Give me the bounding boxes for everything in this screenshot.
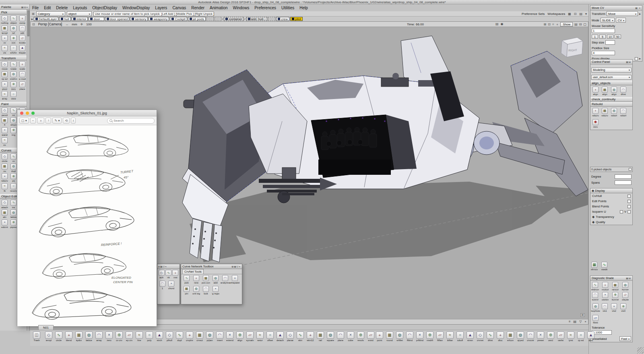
tool-line[interactable]: ≈line bbox=[134, 331, 144, 342]
expand-icon[interactable]: ▸ bbox=[639, 12, 641, 16]
tool-dhist[interactable]: ◠dhist bbox=[619, 87, 627, 96]
tessellation-dropdown[interactable]: Fast▾ bbox=[619, 336, 631, 341]
tool-srfillet[interactable]: ◍srfillet bbox=[395, 331, 405, 342]
layer-chip-weaponry[interactable]: weaponry bbox=[149, 17, 169, 21]
toolbox-window-controls[interactable]: ⊞▤▽× bbox=[231, 265, 241, 268]
tool-cube[interactable]: ×cube bbox=[346, 331, 355, 342]
quality-row[interactable]: ◆Quality bbox=[590, 219, 632, 225]
list-icon[interactable]: ≡ bbox=[569, 320, 571, 323]
menu-utilities[interactable]: Utilities bbox=[281, 6, 294, 10]
tool-circle[interactable]: ∿circle bbox=[54, 331, 64, 342]
printer-icon[interactable]: ▤ bbox=[495, 22, 499, 26]
tool-p-mod[interactable]: ◠p mod bbox=[18, 71, 27, 81]
tool-rebsrf[interactable]: ◠rebsrf bbox=[619, 108, 627, 117]
tool-setor[interactable]: ≈setor bbox=[255, 331, 265, 342]
prompt-history-icon[interactable]: ⊞ bbox=[32, 12, 35, 16]
menu-animation[interactable]: Animation bbox=[210, 6, 227, 10]
proxy-display-checkbox[interactable] bbox=[635, 57, 638, 60]
layer-expand-icon[interactable]: ▸ bbox=[31, 17, 33, 21]
tool-prfblnd[interactable]: ×prfblnd bbox=[415, 331, 425, 342]
tool-array[interactable]: ◠array bbox=[94, 331, 104, 342]
tool-pin[interactable]: ▦pin bbox=[182, 286, 191, 295]
tool-pos-con[interactable]: ▦pos con bbox=[201, 275, 211, 284]
sensitivity-preset-50[interactable]: 50 bbox=[615, 35, 621, 39]
window-resize-handle[interactable] bbox=[637, 347, 644, 354]
zoom-traffic-light[interactable] bbox=[31, 112, 35, 115]
viewport-camera-label[interactable]: Persp [Camera] bbox=[38, 22, 62, 26]
tool-cv[interactable]: ∿cv bbox=[9, 153, 18, 163]
mode-cv-dropdown[interactable]: CV▾ bbox=[616, 18, 625, 23]
tool-scale[interactable]: ＋scale bbox=[18, 61, 27, 70]
layer-chip-add-hull[interactable]: add. hull... bbox=[246, 17, 268, 21]
tool-lyrst[interactable]: ≈lyrst bbox=[566, 331, 576, 342]
tool-nk[interactable]: ∿nk bbox=[165, 270, 171, 279]
tool-detach[interactable]: ▲detach bbox=[275, 331, 285, 342]
tool-prjtan[interactable]: ◍prjtan bbox=[205, 331, 215, 342]
tool-fit[interactable]: ≈fit bbox=[0, 183, 9, 193]
info-button[interactable]: i bbox=[71, 118, 76, 124]
tool-dupl[interactable]: ◍dupl bbox=[9, 164, 18, 173]
tool-skin[interactable]: ∿skin bbox=[295, 331, 305, 342]
menu-help[interactable]: Help bbox=[299, 6, 308, 10]
tool-symaln[interactable]: ▱symaln bbox=[245, 331, 255, 342]
tool-mst[interactable]: ＋mst bbox=[172, 270, 179, 279]
lock-icon[interactable]: ◉ bbox=[501, 22, 504, 26]
tool-cp-ed[interactable]: ○cp ed bbox=[576, 331, 586, 342]
markup-pencil-button[interactable]: ✎ ▾ bbox=[52, 118, 62, 124]
tool-point[interactable]: ＋point bbox=[375, 331, 384, 342]
tool-prj[interactable]: ⊕prj bbox=[9, 173, 18, 182]
tool-new[interactable]: ＋new bbox=[192, 275, 201, 284]
tool-usrcl[interactable]: ⊕usrcl bbox=[546, 331, 555, 342]
palette-section-paint[interactable]: Paint bbox=[0, 102, 29, 107]
render-region-icon[interactable]: R bbox=[580, 313, 585, 317]
layer-chip-sensory[interactable]: sensory bbox=[130, 17, 148, 21]
tab-crvnet-tools[interactable]: CrvNet Tools bbox=[182, 269, 204, 274]
checkbox-isoparm-u[interactable] bbox=[620, 210, 623, 213]
layer-chip-container[interactable]: container bbox=[224, 17, 244, 21]
tool-crvnet[interactable]: ◇crvnet bbox=[475, 331, 485, 342]
tool-srfchn[interactable]: ○srfchn bbox=[9, 45, 18, 54]
tool-fliflan[interactable]: ▱fliflan bbox=[435, 331, 445, 342]
spans-field[interactable] bbox=[615, 180, 632, 185]
tool-crvsct[interactable]: ▦crvsct bbox=[195, 331, 204, 342]
tool-vis[interactable]: ≈vis bbox=[0, 45, 9, 54]
palette-titlebar[interactable]: Palette ▤⊡× bbox=[0, 4, 29, 10]
layer-chip-hull[interactable]: hull bbox=[59, 17, 70, 21]
panel-close-icon[interactable]: ▤ × bbox=[635, 6, 641, 9]
tool-dupl[interactable]: ∿dupl bbox=[175, 331, 184, 342]
menu-objectdisplay[interactable]: ObjectDisplay bbox=[92, 6, 117, 10]
tool-nothng[interactable]: ◇nothng bbox=[0, 15, 9, 25]
tool-tbflan[interactable]: ≈tbflan bbox=[445, 331, 455, 342]
modeling-dropdown[interactable]: Modeling▾ bbox=[591, 68, 632, 72]
sensitivity-preset-10[interactable]: 10 bbox=[607, 35, 613, 39]
palette-window-controls[interactable]: ▤⊡× bbox=[21, 6, 28, 8]
tool-rebcrv[interactable]: ＋rebcrv bbox=[591, 108, 600, 117]
layer-chip-jet-pods[interactable]: jet pods bbox=[188, 17, 206, 21]
tool-round[interactable]: ▦round bbox=[385, 331, 394, 342]
tool-tuboff[interactable]: ○tuboff bbox=[455, 331, 465, 342]
tool-xfrmcv[interactable]: ▦xfrmcv bbox=[590, 262, 599, 271]
menu-file[interactable]: File bbox=[32, 6, 39, 10]
menu-windows[interactable]: Windows bbox=[233, 6, 250, 10]
show-button[interactable]: Show bbox=[560, 22, 573, 27]
tool-usetex[interactable]: ×usetex bbox=[601, 292, 609, 301]
tool-ptprec[interactable]: ⊕ptprec bbox=[9, 219, 18, 229]
tool-planar[interactable]: ◇planar bbox=[285, 331, 295, 342]
tool-plhull[interactable]: ◇plhull bbox=[165, 331, 174, 342]
tool-nu[interactable]: ▦nu bbox=[0, 164, 9, 173]
tool-align[interactable]: ◍align bbox=[610, 87, 618, 96]
tool-align[interactable]: ⊕align bbox=[235, 331, 245, 342]
tool-shrpn[interactable]: ◍shrpn bbox=[9, 117, 18, 126]
zoom-out-button[interactable]: − bbox=[30, 118, 36, 124]
tool-int[interactable]: ∿int bbox=[9, 108, 18, 117]
tool-align[interactable]: ＋align bbox=[591, 87, 600, 96]
menu-canvas[interactable]: Canvas bbox=[172, 6, 186, 10]
panels-icon[interactable]: ▤ bbox=[579, 12, 582, 16]
tool-crvplnr[interactable]: ＋crvplnr bbox=[185, 331, 194, 342]
tool-vis2[interactable]: ×vis2 bbox=[610, 303, 618, 313]
tool-g-regio[interactable]: ×'g regio bbox=[211, 286, 220, 295]
step-size-field[interactable] bbox=[605, 40, 615, 45]
scrollbar-thumb[interactable] bbox=[27, 10, 29, 36]
tool-crvcvtr[interactable]: ◠crvcvtr bbox=[526, 331, 535, 342]
panel-controls[interactable]: ▤⊟ bbox=[626, 60, 631, 63]
